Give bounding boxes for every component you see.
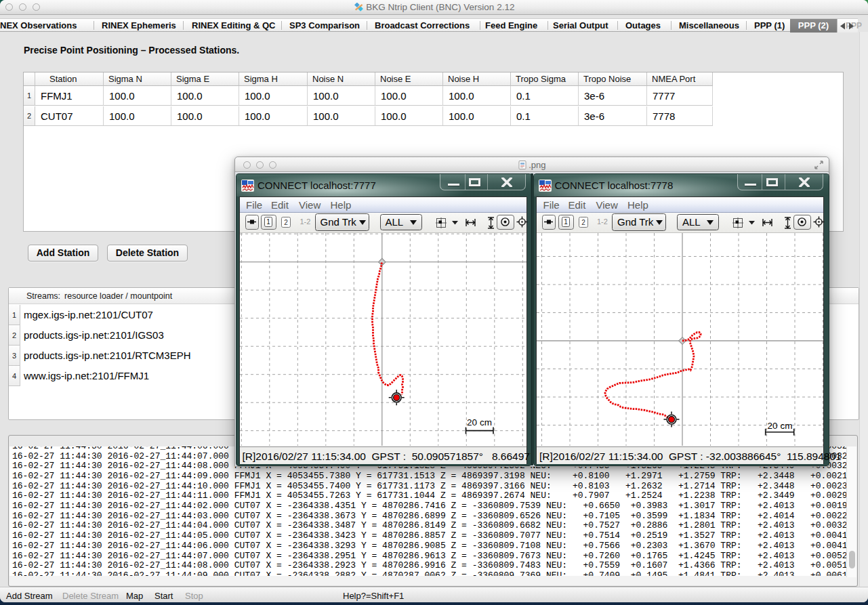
svg-text:20 cm: 20 cm: [768, 421, 793, 431]
svg-text:2: 2: [581, 219, 585, 226]
svg-text:1: 1: [266, 218, 270, 226]
svg-text:2: 2: [284, 219, 288, 226]
svg-text:1: 1: [564, 218, 568, 226]
svg-text:20 cm: 20 cm: [467, 417, 492, 427]
